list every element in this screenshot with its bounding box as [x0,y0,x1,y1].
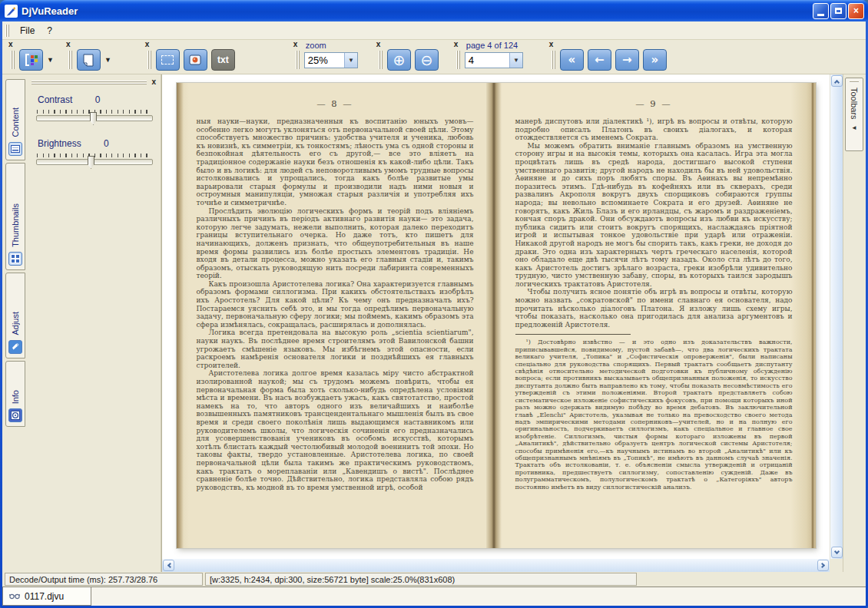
scroll-right-button[interactable] [817,560,829,571]
page-mode-button[interactable] [77,49,101,71]
contrast-slider[interactable] [36,115,153,121]
zoom-in-icon: ⊕ [393,53,405,68]
vertical-scrollbar[interactable] [830,74,843,559]
book-page-left: — 8 — ныя науки—науки, предназначенныя к… [177,83,486,548]
last-page-button[interactable]: » [643,49,667,71]
zoom-combo-arrow-icon[interactable]: ▼ [344,53,357,68]
toolbar-group-close-icon[interactable]: x [549,41,554,48]
select-region-button[interactable] [156,49,180,71]
text-mode-button[interactable]: txt [211,49,235,71]
zoom-out-button[interactable]: ⊖ [415,49,439,71]
glasses-icon [9,593,20,600]
toolbar-group-close-icon[interactable]: x [293,41,298,48]
window-title: DjVuReader [22,5,811,17]
maximize-button[interactable] [830,3,846,19]
brightness-control: Brightness 0 [36,138,153,165]
brightness-slider-thumb[interactable] [88,156,94,169]
chevron-up-icon [834,79,840,84]
horizontal-scrollbar[interactable] [162,559,830,572]
layout-dropdown-arrow-icon[interactable]: ▼ [47,56,54,64]
page-info-status: [w:3325, h:2434, dpi:300, size:56721 byt… [205,573,637,586]
menu-file[interactable]: File [14,23,41,38]
contrast-value: 0 [95,94,101,105]
toolbar-grip[interactable] [147,51,151,69]
toolbar-group-close-icon[interactable]: x [376,41,381,48]
toolbar-group-zoom-buttons: x ⊕ ⊖ [373,40,448,74]
next-page-button[interactable]: → [615,49,639,71]
sidebar-tab-info-label: Info [11,390,20,404]
scroll-left-button[interactable] [163,560,174,571]
toolbar-grip[interactable] [379,51,383,69]
document-view: — 8 — ныя науки—науки, предназначенныя к… [161,74,843,572]
image-mode-button[interactable] [184,49,207,71]
toolbar-group-close-icon[interactable]: x [66,41,71,48]
sidebar-tab-info[interactable]: Info [5,361,25,427]
toolbar-grip[interactable] [456,51,460,69]
sidebar-tab-adjust[interactable]: Adjust [5,273,25,359]
zoom-combobox[interactable]: 25% ▼ [304,52,358,68]
minimize-button[interactable] [813,3,829,19]
page-number-header: — 8 — [197,98,474,109]
zoom-value: 25% [305,53,344,68]
book-spread[interactable]: — 8 — ныя науки—науки, предназначенныя к… [177,83,816,548]
first-page-button[interactable]: « [560,49,584,71]
title-bar[interactable]: DjVuReader × [0,0,868,21]
brightness-slider[interactable] [36,159,153,165]
menu-help[interactable]: ? [41,23,58,38]
toolbar-group-pagemode: x ▼ [63,40,121,74]
selection-rectangle-icon [161,55,174,64]
file-tab-bar: 0117.djvu [2,587,866,606]
panel-close-icon[interactable]: x [151,78,156,86]
chevron-left-icon [167,563,172,568]
toolbar: x ▼ x [2,40,866,74]
zoom-label: zoom [306,41,326,50]
contrast-slider-thumb[interactable] [90,112,97,125]
sidebar-tab-adjust-label: Adjust [11,312,20,335]
contrast-label: Contrast [38,94,72,105]
layout-mode-button[interactable] [19,49,43,71]
sidebar-tab-content[interactable]: Content [5,79,25,160]
toolbar-grip[interactable] [11,51,15,69]
toolbar-group-zoom: x zoom 25% ▼ [290,40,367,74]
document-canvas[interactable]: — 8 — ныя науки—науки, предназначенныя к… [162,74,830,559]
file-tab[interactable]: 0117.djvu [2,587,91,606]
page-paragraph: Чтобы получить ясное понятіе объ игрѣ въ… [515,288,793,329]
zoom-out-icon: ⊖ [420,53,432,68]
app-window: DjVuReader × File ? x [0,0,868,608]
toolbar-grip[interactable] [552,51,555,69]
panel-grip[interactable] [31,81,147,84]
pagemode-dropdown-arrow-icon[interactable]: ▼ [104,56,111,64]
right-panel-strip: Toolbars ◄ [843,74,866,572]
scroll-up-button[interactable] [831,75,843,87]
app-icon [5,5,18,18]
page-combo-arrow-icon[interactable]: ▼ [509,53,522,68]
sidebar-tab-thumbnails[interactable]: Thumbnails [5,163,25,270]
sidebar-tab-strip: Content Thumbnails Adjust [2,74,27,572]
page-paragraph: ныя науки—науки, предназначенныя къ восп… [197,117,474,207]
page-paragraph: Аристотелева логика долгое время казалас… [197,369,474,491]
sidebar-tab-content-label: Content [11,107,20,137]
close-button[interactable]: × [848,3,864,19]
page-combobox[interactable]: 4 ▼ [465,52,523,68]
toolbar-grip[interactable] [296,51,300,69]
previous-page-button[interactable]: ← [588,49,611,71]
toolbar-group-close-icon[interactable]: x [454,41,459,48]
toolbar-group-close-icon[interactable]: x [8,41,13,48]
footnote-text: ¹) Достовѣрно извѣстно — и это одно изъ … [515,339,793,491]
menu-bar: File ? [2,21,866,40]
first-page-icon: « [568,53,575,67]
content-icon [8,142,22,156]
page-number-value: 4 [465,53,509,68]
toolbars-tab-grip [850,81,859,83]
toolbar-group-close-icon[interactable]: x [145,41,150,48]
zoom-in-button[interactable]: ⊕ [387,49,411,71]
toolbar-group-page: x page 4 of 124 4 ▼ [451,40,532,74]
toolbars-tab[interactable]: Toolbars ◄ [845,78,863,151]
scroll-down-button[interactable] [831,547,843,558]
chevron-right-icon [819,563,824,568]
status-bar: Decode/Output time (ms): 257.73/28.76 [w… [2,572,866,587]
toolbar-grip[interactable] [68,51,72,69]
adjust-panel: x Contrast 0 Brightness 0 [27,74,161,572]
menubar-grip[interactable] [5,25,9,37]
book-page-right: — 9 — манерѣ диспутовъ или діалектикѣ ¹)… [502,83,816,548]
